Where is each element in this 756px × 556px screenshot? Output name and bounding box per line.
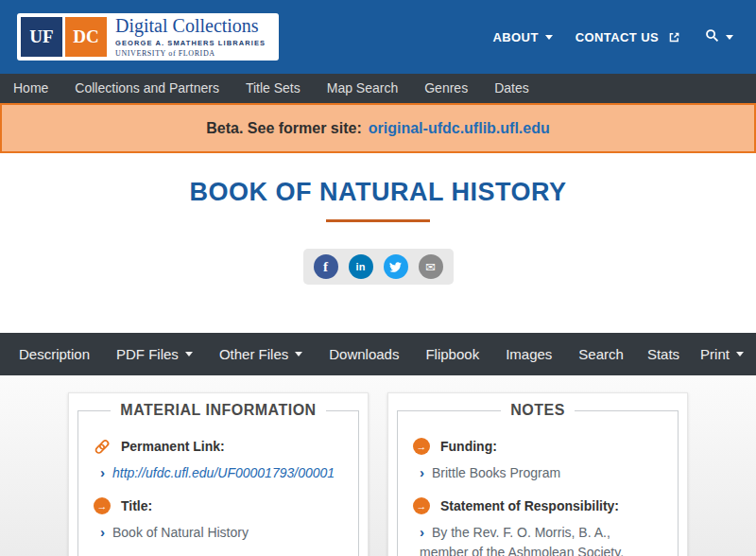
logo-institution: UNIVERSITY of FLORIDA (115, 49, 266, 58)
chevron-down-icon (545, 35, 553, 40)
logo-text: Digital Collections GEORGE A. SMATHERS L… (115, 16, 275, 58)
chevron-right-icon: › (100, 524, 105, 540)
link-icon (94, 438, 111, 455)
linkedin-share-button[interactable]: in (349, 254, 373, 279)
search-menu[interactable] (705, 28, 733, 45)
toolbar-other-files[interactable]: Other Files (206, 346, 316, 362)
chevron-down-icon (295, 352, 302, 356)
title-field: → Title: ›Book of Natural History (94, 497, 343, 543)
nav-item-collections-and-partners[interactable]: Collections and Partners (61, 74, 232, 103)
toolbar-search[interactable]: Search (565, 346, 637, 362)
notes-panel: NOTES → Funding: ›Brittle Books Program … (387, 392, 688, 556)
toolbar-label: Print (700, 346, 730, 362)
item-toolbar: Description PDF Files Other Files Downlo… (0, 333, 756, 375)
toolbar-pdf-files[interactable]: PDF Files (103, 346, 206, 362)
field-label: Statement of Responsibility: (440, 498, 619, 513)
search-icon (705, 28, 719, 45)
permanent-link-field: Permanent Link: ›http://ufdc.ufl.edu/UF0… (94, 438, 343, 483)
funding-field: → Funding: ›Brittle Books Program (413, 438, 662, 483)
field-label: Permanent Link: (121, 439, 225, 454)
page-title: BOOK OF NATURAL HISTORY (0, 178, 756, 207)
beta-banner: Beta. See former site: original-ufdc.ufl… (0, 103, 756, 153)
circle-arrow-icon: → (413, 497, 430, 514)
toolbar-flipbook[interactable]: Flipbook (412, 346, 492, 362)
about-label: ABOUT (493, 30, 539, 44)
toolbar-label: Other Files (219, 346, 288, 362)
toolbar-label: Description (19, 346, 90, 362)
nav-item-map-search[interactable]: Map Search (314, 74, 411, 103)
ufdc-logo[interactable]: UF DC Digital Collections GEORGE A. SMAT… (17, 13, 279, 61)
field-label: Funding: (440, 439, 497, 454)
hero-section: BOOK OF NATURAL HISTORY f in ✉ (0, 153, 756, 333)
chevron-down-icon (736, 352, 744, 356)
circle-arrow-icon: → (94, 497, 111, 514)
material-information-title: MATERIAL INFORMATION (111, 402, 325, 419)
envelope-icon: ✉ (425, 260, 436, 274)
header-menu: ABOUT CONTACT US (493, 28, 733, 45)
nav-item-dates[interactable]: Dates (481, 74, 542, 103)
site-header: UF DC Digital Collections GEORGE A. SMAT… (0, 0, 756, 74)
chevron-down-icon (726, 35, 733, 40)
about-menu[interactable]: ABOUT (493, 30, 553, 44)
twitter-share-button[interactable] (384, 254, 408, 279)
toolbar-images[interactable]: Images (492, 346, 565, 362)
facebook-share-button[interactable]: f (314, 254, 338, 279)
nav-item-genres[interactable]: Genres (411, 74, 481, 103)
uf-logo-square: UF (21, 17, 62, 57)
toolbar-label: Stats (647, 346, 679, 362)
chevron-down-icon (185, 352, 193, 356)
toolbar-stats[interactable]: Stats (637, 346, 690, 362)
field-label: Title: (121, 498, 152, 513)
funding-value: Brittle Books Program (432, 465, 560, 480)
social-share-bar: f in ✉ (303, 249, 454, 285)
material-information-panel: MATERIAL INFORMATION Permanent Link: ›ht… (68, 392, 369, 556)
toolbar-label: Search (578, 346, 624, 362)
main-nav: Home Collections and Partners Title Sets… (0, 74, 756, 103)
statement-of-responsibility-field: → Statement of Responsibility: ›By the R… (413, 497, 662, 556)
toolbar-label: Images (506, 346, 552, 362)
twitter-icon (389, 261, 402, 273)
toolbar-label: Flipbook (425, 346, 479, 362)
linkedin-icon: in (356, 261, 366, 272)
contact-label: CONTACT US (576, 30, 659, 44)
toolbar-label: Downloads (329, 346, 399, 362)
statement-value: By the Rev. F. O. Morris, B. A., member … (420, 525, 624, 556)
beta-banner-text: Beta. See former site: (206, 120, 362, 137)
circle-arrow-icon: → (413, 438, 430, 455)
notes-title: NOTES (501, 402, 575, 419)
toolbar-description[interactable]: Description (6, 346, 103, 362)
nav-item-home[interactable]: Home (0, 74, 61, 103)
toolbar-label: PDF Files (116, 346, 179, 362)
toolbar-downloads[interactable]: Downloads (316, 346, 412, 362)
nav-item-title-sets[interactable]: Title Sets (232, 74, 314, 103)
email-share-button[interactable]: ✉ (419, 254, 443, 279)
title-value: Book of Natural History (112, 525, 249, 540)
permanent-link-value[interactable]: http://ufdc.ufl.edu/UF00001793/00001 (112, 465, 335, 480)
chevron-right-icon: › (100, 464, 105, 480)
toolbar-left-group: Description PDF Files Other Files Downlo… (6, 346, 637, 362)
toolbar-right-group: Stats Print ✉Send (637, 346, 756, 362)
chevron-right-icon: › (420, 524, 424, 540)
logo-title: Digital Collections (115, 16, 266, 36)
toolbar-print[interactable]: Print (690, 346, 754, 362)
chevron-right-icon: › (420, 464, 424, 480)
external-link-icon (665, 28, 682, 45)
logo-subtitle: GEORGE A. SMATHERS LIBRARIES (115, 39, 266, 47)
facebook-icon: f (323, 259, 328, 275)
former-site-link[interactable]: original-ufdc.uflib.ufl.edu (369, 120, 550, 137)
dc-logo-square: DC (65, 17, 107, 57)
content-area: MATERIAL INFORMATION Permanent Link: ›ht… (0, 375, 756, 556)
contact-us-link[interactable]: CONTACT US (576, 28, 682, 45)
